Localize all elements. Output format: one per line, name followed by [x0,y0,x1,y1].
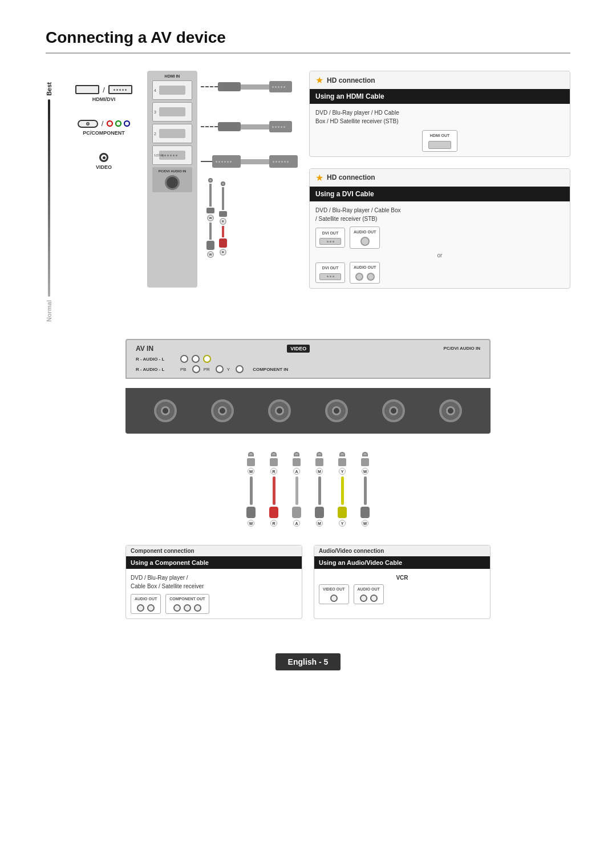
component-audio-out-label: AUDIO OUT [135,596,157,603]
audio-in-jack [165,175,180,190]
dvi-section-title: Using a DVI Cable [310,187,570,201]
component-circle-pr [216,365,224,373]
pcdvi-audio-label: PC/DVI AUDIO IN [159,169,186,173]
audio-out-circle-2a [355,273,363,281]
pcdvi-audio-in-label: PC/DVI AUDIO IN [443,346,480,351]
component-conn-type: Component connection [126,545,302,556]
y-label: Y [227,367,230,372]
or-divider: or [315,251,564,260]
video-label: VIDEO [96,164,112,170]
hdmi-out-port-box: HDMI OUT [422,130,457,152]
rca-cable-w1: W W [246,452,256,527]
tv-back-panel: HDMI IN 4 3 2 1(DVI) [147,71,197,288]
page: Connecting a AV device Best Normal / [0,0,616,716]
av-audio-out-box: AUDIO OUT [354,584,384,604]
dot-green [115,120,121,127]
star-icon-dvi: ★ [315,172,323,183]
comp-out-c3 [194,604,201,612]
bottom-section: AV IN VIDEO PC/DVI AUDIO IN R - AUDIO - … [46,339,570,619]
av-conn-title: Using an Audio/Video Cable [314,556,490,569]
dvi-symbol [108,85,132,94]
dot-blue [124,120,130,127]
av-circle-2 [192,355,200,363]
hd-label-hdmi: HD connection [327,76,375,84]
dvi-cable-connector [201,155,298,168]
dot-red [107,120,113,127]
port4-label: 4 [154,88,156,92]
hdmi-section-body: DVD / Blu-Ray player / HD Cable Box / HD… [310,104,570,156]
component-conn-body: DVD / Blu-Ray player / Cable Box / Satel… [126,569,302,618]
quality-axis: Best Normal [46,71,52,322]
hdmi-in-label: HDMI IN [165,74,180,78]
hdmi-cable-connector-2 [201,121,298,132]
audio-out-label-2: AUDIO OUT [354,265,376,271]
comp-out-c2 [184,604,191,612]
hdmi-section: ★ HD connection Using an HDMI Cable DVD … [309,71,570,157]
video-badge: VIDEO [287,345,310,353]
front-jack-5 [382,399,405,422]
dvi-out-label-2: DVI OUT [322,265,338,272]
rca-cable-a: A A [292,452,301,527]
audio-l-label: R - AUDIO - L [136,367,176,372]
av-audio-c1 [360,595,367,602]
video-out-label: VIDEO OUT [323,587,345,593]
front-jack-2 [211,399,234,422]
video-out-box: VIDEO OUT [319,584,349,604]
hdmi-port-1dvi: 1(DVI) [152,145,192,165]
dvi-section-header: ★ HD connection [310,169,570,187]
rca-cables-section: W W R R A A [125,443,491,536]
footer-badge: English - 5 [275,653,341,670]
av-in-title: AV IN [136,345,153,353]
hdmi-section-title: Using an HDMI Cable [310,89,570,104]
component-conn-title: Using a Component Cable [126,556,302,569]
hd-label-dvi: HD connection [327,173,375,181]
av-device: VCR [319,573,485,582]
quality-best-label: Best [46,82,52,96]
quality-bar [48,99,50,297]
rca-cable-m: M M [315,452,324,527]
component-circle-y [236,365,244,373]
audio-out-c1 [137,604,144,612]
rca-cable-r: R R [269,452,278,527]
video-circle [99,153,108,162]
page-footer: English - 5 [46,653,570,670]
audio-out-box-1: AUDIO OUT [350,227,380,249]
hdmi-section-header: ★ HD connection [310,71,570,89]
hdmi-cable-connector [201,81,298,92]
av-conn-body: VCR VIDEO OUT AUDIO OUT [314,569,490,609]
front-jack-4 [325,399,348,422]
dvi-out-box-1: DVI OUT [315,228,345,248]
front-jack-1 [154,399,177,422]
pccomponent-input: / PC/COMPONENT [64,119,144,136]
bottom-conn-boxes: Component connection Using a Component C… [125,545,491,619]
av-conn-type: Audio/Video connection [314,545,490,556]
av-circle-1 [180,355,188,363]
right-info-panels: ★ HD connection Using an HDMI Cable DVD … [309,71,570,289]
front-jack-3 [268,399,291,422]
av-circle-yellow [203,355,211,363]
audio-out-circle-2b [367,273,375,281]
av-audio-c2 [370,595,378,602]
hdmi-out-port [428,141,451,149]
comp-out-c1 [173,604,181,612]
audio-out-box-2: AUDIO OUT [350,262,380,284]
hdmi-port-4: 4 [152,80,192,100]
audio-out-c2 [147,604,155,612]
component-out-label: COMPONENT OUT [169,596,205,603]
star-icon-hdmi: ★ [315,75,323,86]
hdmidvi-label: HDMI/DVI [92,96,116,102]
av-conn-box: Audio/Video connection Using an Audio/Vi… [314,545,491,619]
component-in-label: COMPONENT IN [253,367,288,372]
video-out-c [330,595,338,602]
pr-label: PR [204,367,210,372]
quality-normal-label: Normal [46,300,52,322]
component-audio-out-box: AUDIO OUT [131,594,161,614]
av-top-panel: AV IN VIDEO PC/DVI AUDIO IN R - AUDIO - … [125,339,491,379]
dvi-out-label-1: DVI OUT [322,231,338,237]
port3-label: 3 [154,110,156,114]
hdmi-port-3: 3 [152,102,192,122]
page-title: Connecting a AV device [46,29,570,54]
port1dvi-label: 1(DVI) [154,153,164,157]
audio-out-circle-1 [360,237,370,246]
cable-connectors: W W R R [201,75,298,258]
